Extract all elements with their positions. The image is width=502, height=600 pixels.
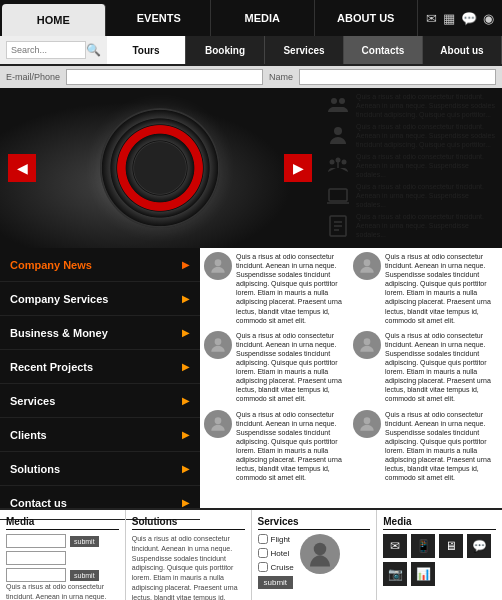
footer-col-media: Media submit submit Quis a risus at odio… [0, 510, 126, 600]
nav-aboutus[interactable]: ABOUT US [315, 0, 419, 36]
article-text-5: Quis a risus at odio consectetur tincidu… [385, 331, 498, 404]
avatar-3 [204, 410, 232, 438]
article-col-2: Quis a risus at odio consectetur tincidu… [353, 252, 498, 504]
flight-option[interactable]: Flight [258, 534, 294, 544]
article-5: Quis a risus at odio consectetur tincidu… [353, 331, 498, 404]
avatar-4 [353, 252, 381, 280]
footer-input-3[interactable] [6, 568, 66, 582]
svg-point-1 [339, 98, 345, 104]
hotel-checkbox[interactable] [258, 548, 268, 558]
search-icon[interactable]: 🔍 [86, 43, 101, 57]
services-submit[interactable]: submit [258, 576, 294, 589]
sidebar-item-solutions[interactable]: Solutions ▶ [0, 452, 200, 486]
services-options: Flight Hotel Cruise submit [258, 534, 294, 589]
footer-solutions-title: Solutions [132, 516, 245, 530]
hero-background [0, 88, 320, 248]
footer-mobile-icon[interactable]: 📱 [411, 534, 435, 558]
hero-card-1: Quis a risus at odio consectetur tincidu… [324, 92, 498, 120]
sidebar-item-business-money[interactable]: Business & Money ▶ [0, 316, 200, 350]
sidebar: Company News ▶ Company Services ▶ Busine… [0, 248, 200, 508]
content-area: Quis a risus at odio consectetur tincidu… [200, 248, 502, 508]
footer-solutions-text: Quis a risus at odio consectetur tincidu… [132, 534, 245, 600]
hero-card-5: Quis a risus at odio consectetur tincidu… [324, 212, 498, 240]
footer-media-form: submit submit [6, 534, 119, 582]
next-arrow[interactable]: ▶ [284, 154, 312, 182]
hero-section: ◀ ▶ Quis a risus at odio consectetur tin… [0, 88, 502, 248]
email-input[interactable] [66, 69, 263, 85]
hero-banner: ◀ ▶ [0, 88, 320, 248]
search-area: 🔍 [0, 36, 107, 64]
svg-point-5 [336, 158, 341, 163]
flight-checkbox[interactable] [258, 534, 268, 544]
footer-chart-icon[interactable]: 📊 [411, 562, 435, 586]
sidebar-item-company-news[interactable]: Company News ▶ [0, 248, 200, 282]
nav-home[interactable]: HOME [2, 4, 106, 36]
article-3: Quis a risus at odio consectetur tincidu… [204, 410, 349, 483]
svg-point-0 [331, 98, 337, 104]
footer-form-row-2 [6, 551, 119, 565]
hotel-option[interactable]: Hotel [258, 548, 294, 558]
mail-icon[interactable]: ✉ [426, 11, 437, 26]
nav-contacts[interactable]: Contacts [344, 36, 423, 64]
footer-media2-title: Media [383, 516, 496, 530]
sidebar-arrow-6: ▶ [182, 463, 190, 474]
svg-rect-7 [329, 189, 347, 201]
svg-point-4 [342, 160, 347, 165]
chart-icon[interactable]: ▦ [443, 11, 455, 26]
nav-events[interactable]: EVENTS [108, 0, 212, 36]
sidebar-arrow-2: ▶ [182, 327, 190, 338]
footer-input-1[interactable] [6, 534, 66, 548]
svg-point-12 [215, 259, 222, 266]
name-input[interactable] [299, 69, 496, 85]
sidebar-label-company-news: Company News [10, 259, 92, 271]
footer-submit-2[interactable]: submit [70, 570, 99, 581]
sidebar-arrow-1: ▶ [182, 293, 190, 304]
laptop-icon [324, 182, 352, 210]
hero-card-text-5: Quis a risus at odio consectetur tincidu… [356, 212, 498, 239]
hotel-label: Hotel [271, 549, 290, 558]
nav-icon-group: ✉ ▦ 💬 ◉ [418, 0, 502, 36]
article-columns: Quis a risus at odio consectetur tincidu… [200, 248, 502, 508]
svg-point-15 [364, 259, 371, 266]
nav-media[interactable]: MEDIA [211, 0, 315, 36]
article-6: Quis a risus at odio consectetur tincidu… [353, 410, 498, 483]
hero-card-2: Quis a risus at odio consectetur tincidu… [324, 122, 498, 150]
sidebar-item-company-services[interactable]: Company Services ▶ [0, 282, 200, 316]
footer-icon-list: ✉ 📱 🖥 💬 📷 📊 [383, 534, 496, 586]
sidebar-item-clients[interactable]: Clients ▶ [0, 418, 200, 452]
hero-card-text-2: Quis a risus at odio consectetur tincidu… [356, 122, 498, 149]
svg-point-18 [313, 543, 326, 556]
avatar-1 [204, 252, 232, 280]
hero-cards: Quis a risus at odio consectetur tincidu… [320, 88, 502, 248]
footer-submit-1[interactable]: submit [70, 536, 99, 547]
nav-tours[interactable]: Tours [107, 36, 186, 64]
sidebar-label-recent-projects: Recent Projects [10, 361, 93, 373]
sidebar-item-recent-projects[interactable]: Recent Projects ▶ [0, 350, 200, 384]
cruise-checkbox[interactable] [258, 562, 268, 572]
cruise-option[interactable]: Cruise [258, 562, 294, 572]
chat-icon[interactable]: 💬 [461, 11, 477, 26]
top-navigation: HOME EVENTS MEDIA ABOUT US ✉ ▦ 💬 ◉ [0, 0, 502, 36]
vinyl-graphic [100, 108, 220, 228]
prev-arrow[interactable]: ◀ [8, 154, 36, 182]
nav-services[interactable]: Services [265, 36, 344, 64]
person-single-icon [324, 122, 352, 150]
name-label: Name [269, 72, 293, 82]
footer-chat-icon[interactable]: 💬 [467, 534, 491, 558]
svg-point-14 [215, 417, 222, 424]
avatar-5 [353, 331, 381, 359]
sidebar-item-services[interactable]: Services ▶ [0, 384, 200, 418]
article-text-6: Quis a risus at odio consectetur tincidu… [385, 410, 498, 483]
camera-icon[interactable]: ◉ [483, 11, 494, 26]
footer-mail-icon[interactable]: ✉ [383, 534, 407, 558]
footer-input-2[interactable] [6, 551, 66, 565]
cruise-label: Cruise [271, 563, 294, 572]
svg-point-17 [364, 417, 371, 424]
search-input[interactable] [6, 41, 86, 59]
sidebar-label-company-services: Company Services [10, 293, 108, 305]
footer-photo-icon[interactable]: 📷 [383, 562, 407, 586]
nav-about[interactable]: About us [423, 36, 502, 64]
footer-desktop-icon[interactable]: 🖥 [439, 534, 463, 558]
hero-card-text-1: Quis a risus at odio consectetur tincidu… [356, 92, 498, 119]
nav-booking[interactable]: Booking [186, 36, 265, 64]
